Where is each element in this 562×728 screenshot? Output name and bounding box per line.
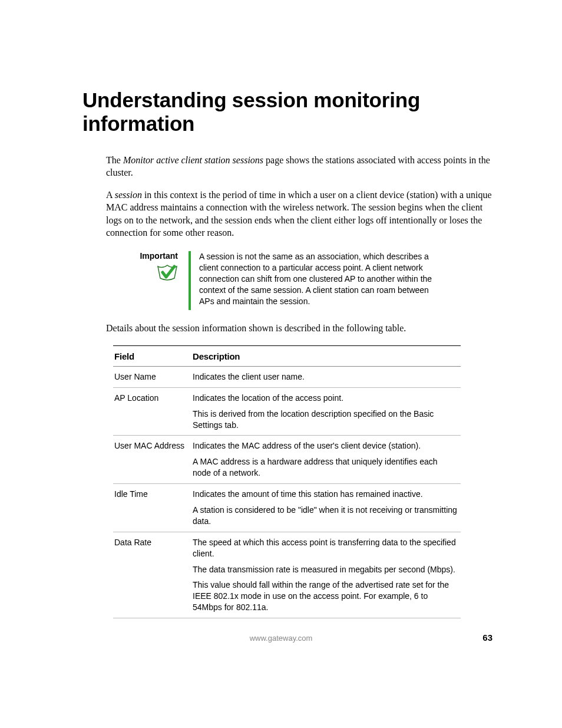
description-paragraph: Indicates the location of the access poi…: [193, 393, 457, 404]
description-paragraph: Indicates the MAC address of the user's …: [193, 440, 457, 452]
fields-table: Field Description User NameIndicates the…: [113, 345, 461, 619]
field-name: Data Rate: [113, 532, 191, 618]
intro-section: The Monitor active client station sessio…: [106, 154, 494, 240]
emphasis: Monitor active client station sessions: [123, 155, 263, 165]
field-name: User Name: [113, 366, 191, 387]
table-body: User NameIndicates the client user name.…: [113, 366, 461, 618]
description-paragraph: A station is considered to be "idle" whe…: [193, 505, 457, 527]
field-name: User MAC Address: [113, 436, 191, 484]
description-paragraph: Indicates the amount of time this statio…: [193, 489, 457, 500]
field-name: AP Location: [113, 387, 191, 436]
text: The: [106, 155, 123, 165]
table-row: AP LocationIndicates the location of the…: [113, 387, 461, 436]
field-description: The speed at which this access point is …: [191, 532, 461, 618]
field-description: Indicates the MAC address of the user's …: [191, 436, 461, 484]
description-paragraph: A MAC address is a hardware address that…: [193, 456, 457, 479]
table-header-field: Field: [113, 345, 191, 366]
description-paragraph: This value should fall within the range …: [193, 579, 457, 613]
callout-text: A session is not the same as an associat…: [191, 251, 435, 307]
page-title: Understanding session monitoring informa…: [82, 88, 494, 136]
table-row: User NameIndicates the client user name.: [113, 366, 461, 387]
table-intro-text: Details about the session information sh…: [106, 322, 494, 335]
field-description: Indicates the location of the access poi…: [191, 387, 461, 436]
field-description: Indicates the amount of time this statio…: [191, 484, 461, 532]
important-callout: Important A session is not the same as a…: [106, 251, 494, 310]
callout-label: Important: [106, 251, 178, 261]
page-number: 63: [482, 633, 492, 643]
text: in this context is the period of time in…: [106, 190, 492, 238]
description-paragraph: The speed at which this access point is …: [193, 537, 457, 559]
intro-paragraph-1: The Monitor active client station sessio…: [106, 154, 494, 179]
footer-url: www.gateway.com: [0, 634, 562, 643]
callout-header: Important: [106, 251, 189, 284]
table-row: Idle TimeIndicates the amount of time th…: [113, 484, 461, 532]
description-paragraph: Indicates the client user name.: [193, 371, 457, 383]
checkmark-shield-icon: [157, 264, 178, 284]
table-row: Data RateThe speed at which this access …: [113, 532, 461, 618]
emphasis: session: [115, 190, 142, 200]
text: A: [106, 190, 115, 200]
description-paragraph: This is derived from the location descri…: [193, 409, 457, 431]
field-name: Idle Time: [113, 484, 191, 532]
document-page: Understanding session monitoring informa…: [0, 0, 562, 728]
table-row: User MAC AddressIndicates the MAC addres…: [113, 436, 461, 484]
field-description: Indicates the client user name.: [191, 366, 461, 387]
intro-paragraph-2: A session in this context is the period …: [106, 189, 494, 239]
description-paragraph: The data transmission rate is measured i…: [193, 564, 457, 575]
table-header-description: Description: [191, 345, 461, 366]
